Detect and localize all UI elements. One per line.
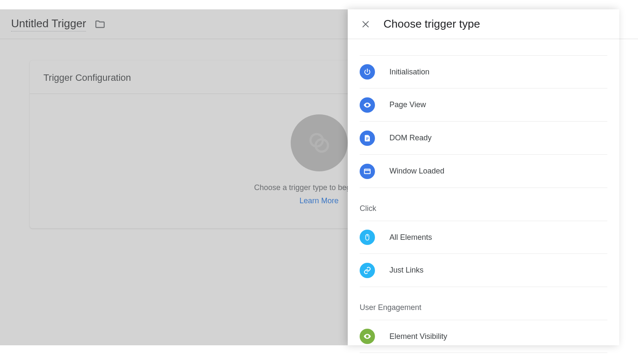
svg-rect-6	[366, 138, 369, 139]
option-label: Initialisation	[389, 68, 429, 77]
svg-point-4	[366, 104, 368, 105]
group-heading-click: Click	[360, 188, 607, 221]
option-group: All Elements Just Links	[360, 221, 607, 287]
option-label: Window Loaded	[389, 167, 444, 176]
link-icon	[360, 263, 375, 278]
file-icon	[360, 131, 375, 146]
svg-rect-8	[364, 169, 370, 173]
svg-point-12	[366, 336, 368, 337]
option-label: Element Visibility	[389, 332, 447, 341]
trigger-type-panel: Choose trigger type Initialisation Page …	[348, 9, 619, 345]
panel-title: Choose trigger type	[383, 17, 480, 31]
option-group: Initialisation Page View DOM Ready Windo…	[360, 39, 607, 188]
option-all-elements[interactable]: All Elements	[360, 221, 607, 254]
mouse-icon	[360, 230, 375, 245]
option-label: All Elements	[389, 233, 432, 242]
window-icon	[360, 164, 375, 179]
option-label: DOM Ready	[389, 134, 432, 142]
eye-icon	[360, 97, 375, 113]
visibility-icon	[360, 329, 375, 344]
option-label: Just Links	[389, 266, 423, 275]
option-dom-ready[interactable]: DOM Ready	[360, 122, 607, 155]
option-window-loaded[interactable]: Window Loaded	[360, 155, 607, 188]
modal-scrim[interactable]	[0, 9, 349, 345]
panel-body: Initialisation Page View DOM Ready Windo…	[348, 39, 619, 353]
option-page-view[interactable]: Page View	[360, 88, 607, 122]
svg-rect-5	[366, 137, 369, 138]
option-label: Page View	[389, 100, 426, 109]
option-just-links[interactable]: Just Links	[360, 254, 607, 287]
close-button[interactable]	[360, 18, 372, 30]
option-initialisation[interactable]: Initialisation	[360, 55, 607, 88]
option-element-visibility[interactable]: Element Visibility	[360, 320, 607, 353]
group-heading-user-engagement: User Engagement	[360, 287, 607, 320]
panel-header: Choose trigger type	[348, 9, 619, 39]
option-group: Element Visibility	[360, 320, 607, 353]
power-icon	[360, 64, 375, 80]
svg-rect-7	[366, 139, 368, 140]
